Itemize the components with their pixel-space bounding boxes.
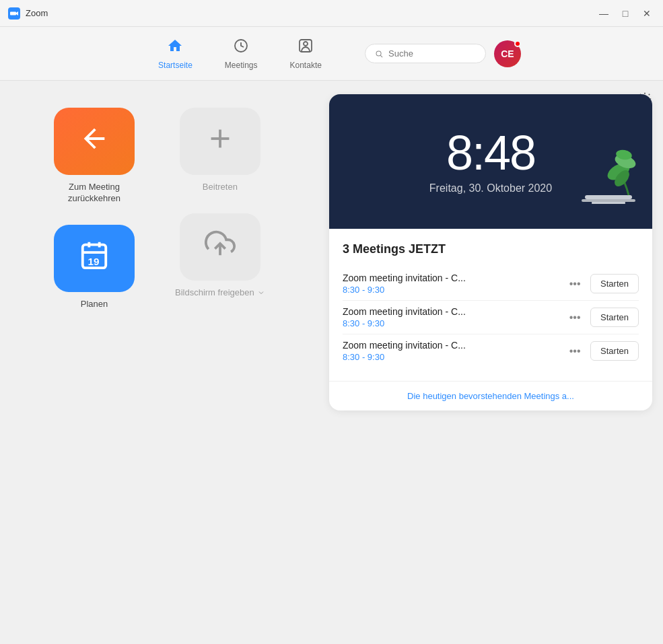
join-wrap: Beitreten xyxy=(180,108,260,193)
share-button[interactable] xyxy=(180,213,260,281)
plant-decoration xyxy=(571,135,652,229)
nav-meetings-label: Meetings xyxy=(225,61,258,70)
meeting-start-button[interactable]: Starten xyxy=(590,341,639,361)
avatar[interactable]: CE xyxy=(494,40,521,67)
search-bar[interactable] xyxy=(365,44,486,63)
meeting-title: Zoom meeting invitation - C... xyxy=(343,306,565,317)
action-area: Zum Meeting zurückkehren 19 Planen xyxy=(0,81,292,324)
calendar-icon: 19 xyxy=(79,240,110,277)
minimize-button[interactable]: — xyxy=(596,5,612,22)
svg-text:19: 19 xyxy=(88,256,99,268)
plan-label: Planen xyxy=(81,299,108,310)
plus-icon xyxy=(205,123,236,160)
avatar-initials: CE xyxy=(501,48,514,59)
meeting-actions: ••• Starten xyxy=(565,308,639,328)
meeting-info: Zoom meeting invitation - C... 8:30 - 9:… xyxy=(343,306,565,328)
meetings-header: 3 Meetings JETZT xyxy=(343,242,639,256)
notification-dot xyxy=(514,40,521,47)
meeting-start-button[interactable]: Starten xyxy=(590,308,639,327)
svg-point-3 xyxy=(304,42,308,46)
navbar: Startseite Meetings Kontakte CE xyxy=(0,27,663,81)
meeting-start-button[interactable]: Starten xyxy=(590,274,639,293)
view-all-meetings-link[interactable]: Die heutigen bevorstehenden Meetings a..… xyxy=(329,381,652,410)
svg-rect-13 xyxy=(582,199,635,202)
right-panel: 8:48 Freitag, 30. Oktober 2020 xyxy=(329,94,652,410)
return-icon xyxy=(79,123,110,160)
nav-meetings[interactable]: Meetings xyxy=(209,32,274,75)
right-action-column: Beitreten Bildschirm freigeben xyxy=(175,108,265,299)
meeting-time: 8:30 - 9:30 xyxy=(343,318,565,328)
join-button[interactable] xyxy=(180,108,260,175)
meeting-title: Zoom meeting invitation - C... xyxy=(343,340,565,351)
return-meeting-button[interactable] xyxy=(54,108,135,175)
join-label: Beitreten xyxy=(203,182,238,193)
clock-icon xyxy=(233,38,249,58)
zoom-logo-icon xyxy=(8,7,20,20)
title-bar-left: Zoom xyxy=(8,7,48,20)
nav-startseite[interactable]: Startseite xyxy=(142,32,209,75)
svg-rect-14 xyxy=(592,202,625,204)
meetings-section: 3 Meetings JETZT Zoom meeting invitation… xyxy=(329,229,652,378)
svg-rect-12 xyxy=(585,195,632,199)
return-meeting-label: Zum Meeting zurückkehren xyxy=(68,182,120,205)
clock-date: Freitag, 30. Oktober 2020 xyxy=(429,182,552,194)
meeting-time: 8:30 - 9:30 xyxy=(343,352,565,362)
plan-wrap: 19 Planen xyxy=(54,225,135,310)
svg-line-5 xyxy=(380,55,382,57)
return-meeting-wrap: Zum Meeting zurückkehren xyxy=(54,108,135,205)
share-icon xyxy=(205,228,236,265)
left-action-column: Zum Meeting zurückkehren 19 Planen xyxy=(54,108,135,310)
search-icon xyxy=(375,49,383,59)
main-content: Zum Meeting zurückkehren 19 Planen xyxy=(0,81,663,644)
nav-kontakte[interactable]: Kontakte xyxy=(274,32,338,75)
meeting-more-button[interactable]: ••• xyxy=(565,308,585,328)
svg-point-4 xyxy=(376,50,381,55)
meeting-info: Zoom meeting invitation - C... 8:30 - 9:… xyxy=(343,340,565,362)
search-input[interactable] xyxy=(388,48,476,59)
person-icon xyxy=(298,38,314,58)
meeting-time: 8:30 - 9:30 xyxy=(343,285,565,295)
meeting-title: Zoom meeting invitation - C... xyxy=(343,273,565,283)
app-title: Zoom xyxy=(26,8,48,18)
meeting-item: Zoom meeting invitation - C... 8:30 - 9:… xyxy=(343,334,639,367)
meeting-info: Zoom meeting invitation - C... 8:30 - 9:… xyxy=(343,273,565,295)
home-icon xyxy=(167,38,183,58)
dropdown-arrow-icon[interactable] xyxy=(257,289,265,297)
nav-kontakte-label: Kontakte xyxy=(290,61,322,70)
clock-time: 8:48 xyxy=(446,129,535,177)
meeting-actions: ••• Starten xyxy=(565,274,639,294)
clock-section: 8:48 Freitag, 30. Oktober 2020 xyxy=(329,94,652,229)
plan-button[interactable]: 19 xyxy=(54,225,135,292)
title-bar: Zoom — □ ✕ xyxy=(0,0,663,27)
close-button[interactable]: ✕ xyxy=(639,5,655,22)
meeting-more-button[interactable]: ••• xyxy=(565,341,585,361)
meeting-actions: ••• Starten xyxy=(565,341,639,361)
share-label: Bildschirm freigeben xyxy=(175,287,265,299)
nav-startseite-label: Startseite xyxy=(158,61,193,70)
meeting-item: Zoom meeting invitation - C... 8:30 - 9:… xyxy=(343,301,639,334)
maximize-button[interactable]: □ xyxy=(617,5,633,22)
window-controls: — □ ✕ xyxy=(596,5,655,22)
meeting-item: Zoom meeting invitation - C... 8:30 - 9:… xyxy=(343,267,639,301)
share-wrap: Bildschirm freigeben xyxy=(175,213,265,299)
meeting-more-button[interactable]: ••• xyxy=(565,274,585,294)
avatar-container[interactable]: CE xyxy=(494,40,521,67)
